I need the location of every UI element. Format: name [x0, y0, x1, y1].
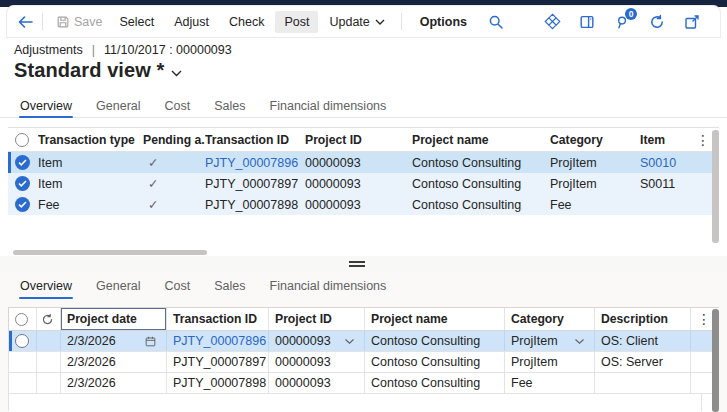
col-header-project-id[interactable]: Project ID: [305, 128, 412, 151]
search-icon[interactable]: [486, 12, 506, 32]
col-header-transaction-id[interactable]: Transaction ID: [167, 308, 269, 330]
cell-description[interactable]: OS: Client: [595, 331, 691, 351]
table-row[interactable]: 2/3/2026 PJTY_00007898 00000093 Contoso …: [8, 373, 719, 394]
post-button[interactable]: Post: [275, 11, 318, 33]
row-checkbox-checked[interactable]: [8, 152, 38, 173]
adjust-button[interactable]: Adjust: [165, 11, 218, 33]
calendar-icon[interactable]: [145, 336, 160, 347]
table-row[interactable]: Item ✓ PJTY_00007897 00000093 Contoso Co…: [8, 173, 719, 194]
cell-project-name[interactable]: Contoso Consulting: [365, 352, 505, 372]
refresh-icon[interactable]: [647, 12, 667, 32]
breadcrumb-section[interactable]: Adjustments: [14, 43, 83, 57]
view-selector-chevron-icon[interactable]: [171, 70, 182, 77]
cell-project-name[interactable]: Contoso Consulting: [365, 373, 505, 393]
row-radio[interactable]: [9, 373, 37, 393]
cell-item[interactable]: S0010: [640, 152, 690, 173]
select-button[interactable]: Select: [111, 11, 164, 33]
tab-sales-upper[interactable]: Sales: [208, 94, 251, 117]
check-button[interactable]: Check: [220, 11, 273, 33]
cell-project-id[interactable]: 00000093: [305, 173, 412, 194]
cell-transaction-type[interactable]: Fee: [38, 194, 143, 215]
cell-category[interactable]: Fee: [550, 194, 640, 215]
col-header-category[interactable]: Category: [505, 308, 595, 330]
cell-project-id[interactable]: 00000093: [269, 331, 365, 351]
cell-project-id[interactable]: 00000093: [305, 194, 412, 215]
col-header-description[interactable]: Description: [595, 308, 691, 330]
cell-pending[interactable]: ✓: [143, 152, 205, 173]
row-radio[interactable]: [9, 331, 37, 351]
col-header-pending[interactable]: Pending a...: [143, 128, 205, 151]
sidepane-book-icon[interactable]: [577, 12, 597, 32]
cell-project-name[interactable]: Contoso Consulting: [412, 152, 550, 173]
cell-transaction-id[interactable]: PJTY_00007897: [167, 352, 269, 372]
col-header-item[interactable]: Item: [640, 128, 690, 151]
tab-overview-lower[interactable]: Overview: [14, 274, 78, 298]
tab-general-upper[interactable]: General: [90, 94, 146, 117]
cell-description[interactable]: [595, 373, 691, 393]
cell-project-date[interactable]: 2/3/2026: [61, 352, 167, 372]
refresh-rows-button[interactable]: [37, 308, 61, 330]
cell-item[interactable]: [640, 194, 690, 215]
cell-project-name[interactable]: Contoso Consulting: [412, 194, 550, 215]
tab-general-lower[interactable]: General: [90, 274, 146, 298]
upper-grid-horizontal-scrollbar[interactable]: [13, 250, 207, 255]
pane-splitter[interactable]: [0, 256, 727, 272]
cell-pending[interactable]: ✓: [143, 173, 205, 194]
cell-project-date[interactable]: 2/3/2026: [61, 331, 167, 351]
select-all-checkbox[interactable]: [8, 128, 38, 151]
col-header-project-date[interactable]: Project date: [61, 308, 167, 330]
cell-project-id[interactable]: 00000093: [305, 152, 412, 173]
tab-cost-upper[interactable]: Cost: [159, 94, 197, 117]
tab-cost-lower[interactable]: Cost: [159, 274, 197, 298]
col-header-transaction-type[interactable]: Transaction type: [38, 128, 143, 151]
cell-category[interactable]: ProjItem: [550, 152, 640, 173]
chevron-down-icon[interactable]: [575, 339, 588, 344]
upper-grid-vertical-scrollbar[interactable]: [712, 130, 719, 243]
save-button[interactable]: Save: [50, 11, 109, 33]
update-dropdown-button[interactable]: Update: [320, 11, 393, 33]
col-header-project-id[interactable]: Project ID: [269, 308, 365, 330]
cell-transaction-id[interactable]: PJTY_00007896: [205, 152, 305, 173]
col-header-category[interactable]: Category: [550, 128, 640, 151]
open-in-new-window-icon[interactable]: [682, 12, 702, 32]
splitter-handle-icon[interactable]: [349, 261, 365, 269]
cell-item[interactable]: S0011: [640, 173, 690, 194]
tab-financial-dimensions-lower[interactable]: Financial dimensions: [264, 274, 393, 298]
cell-category[interactable]: ProjItem: [550, 173, 640, 194]
col-header-project-name[interactable]: Project name: [412, 128, 550, 151]
cell-project-id[interactable]: 00000093: [269, 352, 365, 372]
cell-category[interactable]: ProjItem: [505, 352, 595, 372]
table-row[interactable]: 2/3/2026 PJTY_00007896 00000093 Contoso …: [8, 331, 719, 352]
cell-description[interactable]: OS: Server: [595, 352, 691, 372]
cell-transaction-id[interactable]: PJTY_00007898: [205, 194, 305, 215]
cell-transaction-id[interactable]: PJTY_00007898: [167, 373, 269, 393]
row-radio[interactable]: [9, 352, 37, 372]
table-row[interactable]: 2/3/2026 PJTY_00007897 00000093 Contoso …: [8, 352, 719, 373]
table-row[interactable]: Item ✓ PJTY_00007896 00000093 Contoso Co…: [8, 152, 719, 173]
options-button[interactable]: Options: [411, 11, 476, 33]
cell-project-name[interactable]: Contoso Consulting: [412, 173, 550, 194]
dynamics-diamond-icon[interactable]: [542, 12, 562, 32]
cell-category[interactable]: Fee: [505, 373, 595, 393]
col-header-transaction-id[interactable]: Transaction ID: [205, 128, 305, 151]
notifications-pin-icon[interactable]: 0: [612, 12, 632, 32]
cell-transaction-type[interactable]: Item: [38, 152, 143, 173]
cell-category[interactable]: ProjItem: [505, 331, 595, 351]
cell-pending[interactable]: ✓: [143, 194, 205, 215]
row-checkbox-checked[interactable]: [8, 173, 38, 194]
cell-transaction-id[interactable]: PJTY_00007897: [205, 173, 305, 194]
back-button[interactable]: [15, 12, 35, 32]
cell-transaction-type[interactable]: Item: [38, 173, 143, 194]
select-all-radio[interactable]: [9, 308, 37, 330]
cell-project-name[interactable]: Contoso Consulting: [365, 331, 505, 351]
table-row[interactable]: Fee ✓ PJTY_00007898 00000093 Contoso Con…: [8, 194, 719, 215]
cell-project-id[interactable]: 00000093: [269, 373, 365, 393]
col-header-project-name[interactable]: Project name: [365, 308, 505, 330]
tab-overview-upper[interactable]: Overview: [14, 94, 78, 117]
cell-project-date[interactable]: 2/3/2026: [61, 373, 167, 393]
tab-sales-lower[interactable]: Sales: [208, 274, 251, 298]
lower-grid-vertical-scrollbar[interactable]: [712, 309, 719, 412]
row-checkbox-checked[interactable]: [8, 194, 38, 215]
cell-transaction-id[interactable]: PJTY_00007896: [167, 331, 269, 351]
tab-financial-dimensions-upper[interactable]: Financial dimensions: [264, 94, 393, 117]
